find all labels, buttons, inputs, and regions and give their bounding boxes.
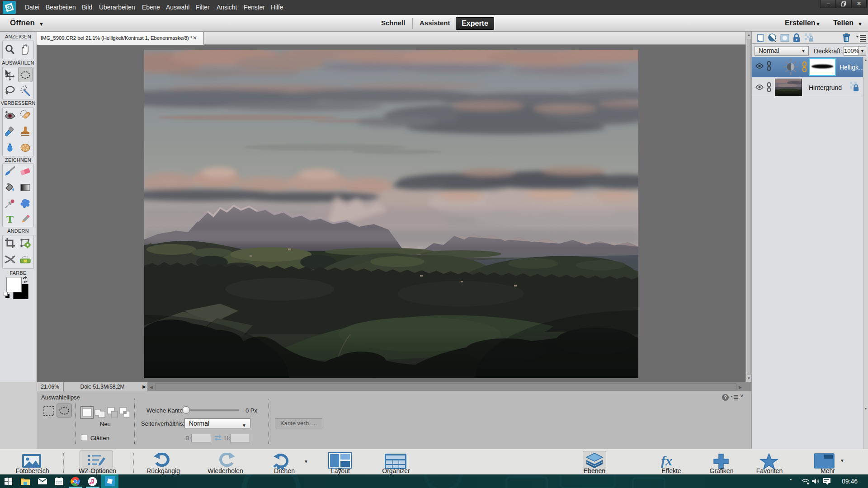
svg-text:T: T — [6, 213, 14, 225]
svg-text:fx: fx — [661, 454, 672, 468]
